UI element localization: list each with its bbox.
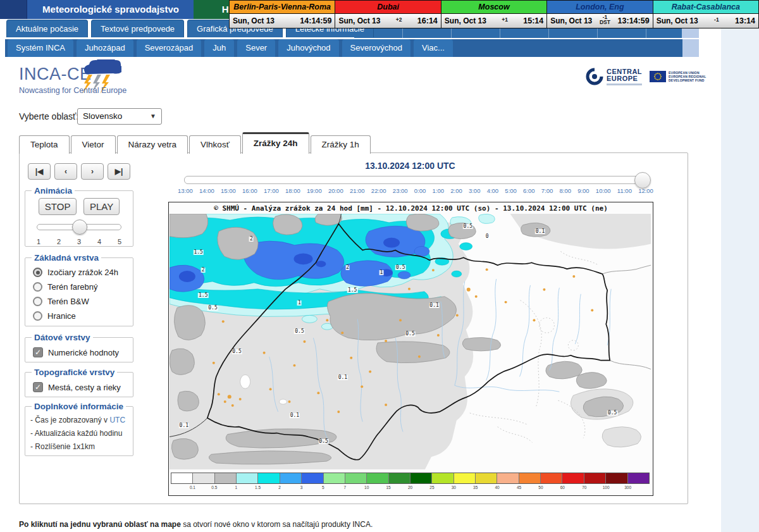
radio-icon[interactable] [33,268,42,277]
radio-teren-bw[interactable]: Terén B&W [33,297,129,306]
region-select[interactable]: Slovensko ▼ [77,108,162,125]
tab-narazy-vetra[interactable]: Nárazy vetra [117,135,188,154]
page: Meteorologické spravodajstvo Hy Aktuálne… [0,0,759,532]
legend-value: 300 [624,485,631,490]
nav-item-juhovychod[interactable]: Juhovýchod [278,39,338,57]
first-frame-button[interactable]: |◀ [28,163,51,180]
speed-slider-handle[interactable] [72,220,87,235]
animation-speed-slider[interactable] [37,224,121,230]
additional-info-legend: Doplnkové informácie [32,402,126,411]
radio-izociary-zrazok[interactable]: Izočiary zrážok 24h [33,268,129,277]
legend-swatch [215,473,237,483]
legend-value: 0.5 [211,485,217,490]
legend-value: 2 [278,485,281,490]
clock-date: Sun, Oct 13 [338,16,380,25]
region-select-label: Vyberte oblasť: [19,111,78,121]
nav-item-severozapad[interactable]: Severozápad [137,39,202,57]
contour-label: 2 [345,265,350,270]
clock-city-label: Berlin-Paris-Vienna-Roma [230,1,335,14]
radio-teren-farebny[interactable]: Terén farebný [33,282,129,292]
timeline-tick: 15:00 [221,187,236,194]
radio-hranice[interactable]: Hranice [33,311,129,321]
legend-swatch [258,473,280,483]
clock-date: Sun, Oct 13 [233,16,275,25]
inca-logo-subtitle: Nowcasting for Central Europe [19,86,126,95]
play-button[interactable]: PLAY [83,198,120,215]
checkbox-numericke-hodnoty[interactable]: Numerické hodnoty [33,347,129,357]
radio-icon[interactable] [33,297,42,306]
legend-swatch [432,473,454,483]
timeline-tick: 21:00 [350,187,365,194]
checkbox-icon[interactable] [33,382,43,392]
tab-zrazky-24h[interactable]: Zrážky 24h [242,132,309,154]
tab-zrazky-1h[interactable]: Zrážky 1h [311,135,371,154]
base-layer-legend: Základná vrstva [32,253,101,263]
previous-frame-button[interactable]: ‹ [54,163,77,180]
radio-label: Izočiary zrážok 24h [47,268,118,277]
nav-item-textove-predpovede[interactable]: Textové predpovede [91,20,184,37]
sub-nav-endcap [682,39,699,57]
clock-city-label: Moscow [441,1,546,14]
legend-swatch [497,473,519,483]
contour-label: 0.5 [395,265,405,270]
utc-link[interactable]: UTC [109,416,125,424]
world-clock: Rabat-Casablanca Sun, Oct 13 -1 13:14 [653,0,759,28]
speed-3: 3 [77,238,81,245]
timeline-tick: 10:00 [596,187,611,194]
radio-icon[interactable] [33,311,42,321]
legend-value: 35 [473,485,478,490]
speed-scale: 1 2 3 4 5 [37,238,121,245]
timeline-tick: 16:00 [242,187,257,194]
legend-swatch [606,473,627,483]
contour-label: 1 [297,300,302,306]
precipitation-map[interactable]: © SHMÚ - Analýza zrážok za 24 hod [mm] -… [168,202,653,496]
topo-layers-legend: Topografické vrstvy [32,368,117,377]
checkbox-icon[interactable] [33,347,43,357]
animation-panel: Animácia STOP PLAY 1 2 3 4 5 [25,186,133,247]
legend-swatch [367,473,388,483]
stop-button[interactable]: STOP [39,198,77,215]
radio-label: Terén farebný [47,282,98,292]
contour-label: 0.1 [535,229,545,234]
partner-logos: CENTRAL EUROPE EUROPEAN UNION EUROPEAN R… [585,67,707,86]
nav-item-severovychod[interactable]: Severovýchod [342,39,410,57]
nav-item-juhozapad[interactable]: Juhozápad [77,39,133,57]
next-frame-button[interactable]: › [81,163,104,180]
nav-item-aktualne-pocasie[interactable]: Aktuálne počasie [6,20,88,37]
legend-swatch [389,473,410,483]
timeline-slider[interactable] [184,176,648,184]
legend-value: 20 [408,485,412,490]
clock-date: Sun, Oct 13 [550,16,592,25]
site-title[interactable]: Meteorologické spravodajstvo [27,0,195,19]
legend-swatch [410,473,432,483]
timeline-slider-handle[interactable] [634,172,651,189]
legend-value: 0.1 [190,485,195,490]
speed-5: 5 [118,238,121,245]
nav-item-sever[interactable]: Sever [237,39,275,57]
timeline-tick: 0:00 [414,187,426,194]
footer-note-bold: Po kliknutí na jednu vybranú oblasť na m… [19,520,181,529]
clock-time: 15:14 [523,16,543,25]
checkbox-mesta-cesty-rieky[interactable]: Mestá, cesty a rieky [33,382,129,392]
checkbox-label: Numerické hodnoty [48,348,119,357]
nav-item-juh[interactable]: Juh [204,39,234,57]
contour-label: 0.1 [338,375,348,380]
contour-label: 0.1 [290,413,300,418]
legend-value: 60 [560,485,565,490]
contour-label: 1 [379,270,383,275]
nav-item-viac[interactable]: Viac... [414,39,453,57]
tab-vlhkost[interactable]: Vlhkosť [189,135,241,154]
map-scale-values: 0.10.511.5235710152025303540455060701003… [171,485,650,491]
map-title: © SHMÚ - Analýza zrážok za 24 hod [mm] -… [169,204,653,213]
tab-teplota[interactable]: Teplota [19,135,70,154]
timeline-tick: 2:00 [450,187,462,194]
nav-item-system-inca[interactable]: Systém INCA [8,39,73,57]
timeline-tick: 23:00 [393,187,408,194]
radio-icon[interactable] [33,282,42,292]
last-frame-button[interactable]: ▶| [108,163,130,180]
timeline-tick: 18:00 [285,187,300,194]
timeline-tick: 13:00 [178,187,193,194]
tab-vietor[interactable]: Vietor [71,135,116,154]
legend-value: 70 [582,485,586,490]
data-layers-legend: Dátové vrstvy [32,333,93,342]
